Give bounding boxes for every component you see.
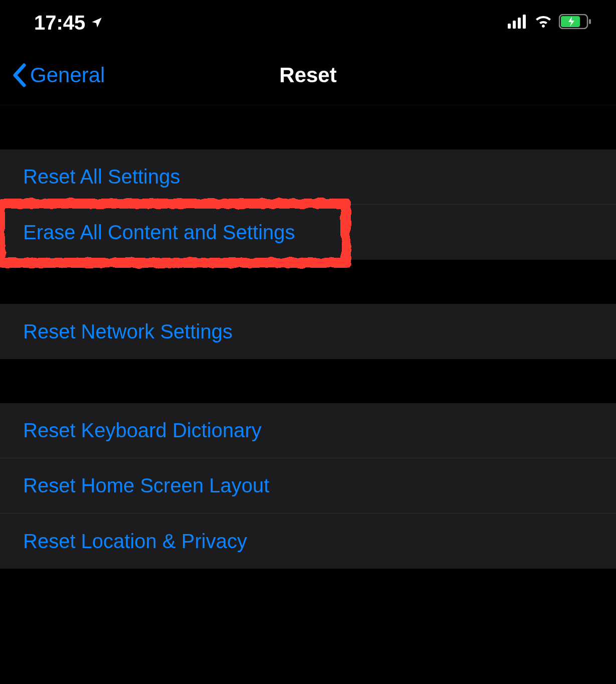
list-item-label: Erase All Content and Settings xyxy=(23,221,295,244)
reset-network-settings-button[interactable]: Reset Network Settings xyxy=(0,304,616,359)
page-title: Reset xyxy=(279,63,336,87)
svg-rect-0 xyxy=(508,24,511,29)
reset-location-and-privacy-button[interactable]: Reset Location & Privacy xyxy=(0,514,616,569)
erase-all-content-and-settings-button[interactable]: Erase All Content and Settings xyxy=(0,205,616,260)
section-gap xyxy=(0,105,616,149)
svg-rect-2 xyxy=(518,18,521,29)
navigation-bar: General Reset xyxy=(0,45,616,105)
cellular-icon xyxy=(508,15,528,31)
svg-rect-1 xyxy=(513,21,516,29)
list-item-label: Reset Network Settings xyxy=(23,320,233,343)
location-icon xyxy=(90,16,103,29)
content: Reset All Settings Erase All Content and… xyxy=(0,105,616,569)
list-group-2: Reset Network Settings xyxy=(0,304,616,359)
list-item-label: Reset Keyboard Dictionary xyxy=(23,419,262,442)
reset-all-settings-button[interactable]: Reset All Settings xyxy=(0,149,616,205)
reset-keyboard-dictionary-button[interactable]: Reset Keyboard Dictionary xyxy=(0,403,616,458)
list-group-1: Reset All Settings Erase All Content and… xyxy=(0,149,616,260)
list-item-label: Reset All Settings xyxy=(23,165,180,188)
back-button[interactable]: General xyxy=(12,63,105,87)
list-item-label: Reset Location & Privacy xyxy=(23,530,247,553)
list-item-label: Reset Home Screen Layout xyxy=(23,474,269,497)
status-right xyxy=(508,14,592,31)
status-left: 17:45 xyxy=(34,12,103,34)
svg-rect-3 xyxy=(523,15,526,29)
section-gap xyxy=(0,260,616,304)
wifi-icon xyxy=(534,15,553,31)
section-gap xyxy=(0,359,616,403)
svg-rect-6 xyxy=(589,19,591,24)
battery-icon xyxy=(559,14,592,31)
list-group-3: Reset Keyboard Dictionary Reset Home Scr… xyxy=(0,403,616,569)
reset-home-screen-layout-button[interactable]: Reset Home Screen Layout xyxy=(0,458,616,514)
status-time: 17:45 xyxy=(34,12,85,34)
back-label: General xyxy=(30,63,105,87)
chevron-left-icon xyxy=(12,63,27,87)
status-bar: 17:45 xyxy=(0,0,616,45)
